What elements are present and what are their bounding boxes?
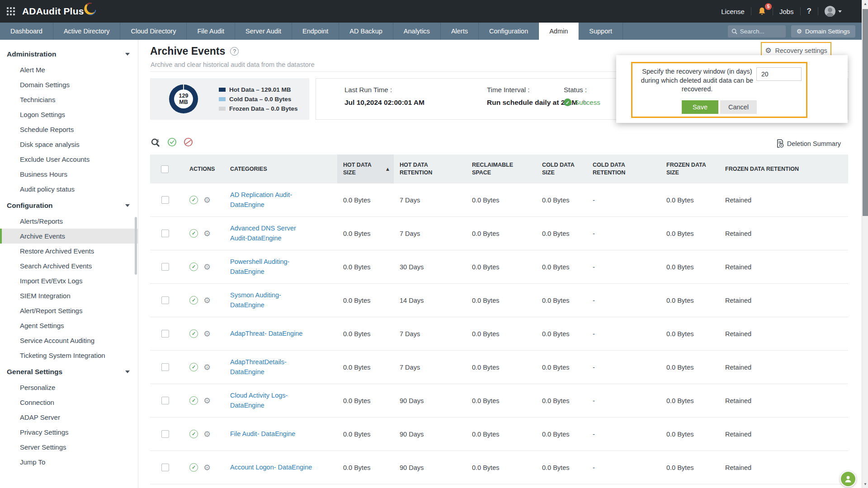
sidebar-item[interactable]: Domain Settings bbox=[0, 77, 138, 92]
nav-tab[interactable]: Alerts bbox=[441, 23, 479, 40]
row-settings-gear-icon[interactable]: ⚙ bbox=[203, 464, 211, 472]
column-header-cold-data-size[interactable]: COLD DATA SIZE bbox=[536, 155, 587, 183]
sidebar-item[interactable]: Restore Archived Events bbox=[0, 244, 138, 258]
enable-row-icon[interactable]: ✓ bbox=[189, 263, 198, 271]
sidebar-scrollbar[interactable] bbox=[135, 217, 137, 275]
page-help-icon[interactable]: ? bbox=[230, 47, 239, 56]
category-link[interactable]: AdapThreatDetails-DataEngine bbox=[230, 357, 314, 376]
column-header-frozen-data-retention[interactable]: FROZEN DATA RETENTION bbox=[719, 155, 848, 183]
row-checkbox[interactable] bbox=[161, 296, 169, 304]
sidebar-item[interactable]: Alert/Report Settings bbox=[0, 303, 138, 318]
nav-tab[interactable]: AD Backup bbox=[339, 23, 393, 40]
search-filter-icon[interactable] bbox=[151, 138, 160, 147]
row-settings-gear-icon[interactable]: ⚙ bbox=[203, 296, 211, 305]
page-scrollbar[interactable]: ▲ ▼ bbox=[862, 0, 868, 488]
cancel-button[interactable]: Cancel bbox=[720, 100, 757, 114]
sidebar-item[interactable]: Disk space analysis bbox=[0, 137, 138, 152]
enable-row-icon[interactable]: ✓ bbox=[189, 396, 198, 405]
jobs-link[interactable]: Jobs bbox=[773, 8, 800, 15]
license-link[interactable]: License bbox=[715, 8, 751, 15]
nav-tab[interactable]: Configuration bbox=[479, 23, 539, 40]
category-link[interactable]: File Audit- DataEngine bbox=[230, 429, 295, 439]
sidebar-item[interactable]: Audit policy status bbox=[0, 182, 138, 197]
app-logo[interactable]: ADAudit Plus bbox=[22, 6, 97, 17]
category-link[interactable]: Sysmon Auditing- DataEngine bbox=[230, 291, 314, 310]
row-checkbox[interactable] bbox=[161, 464, 169, 471]
sidebar-item[interactable]: Service Account Auditing bbox=[0, 333, 138, 348]
column-header-categories[interactable]: CATEGORIES bbox=[224, 155, 337, 183]
scrollbar-thumb[interactable] bbox=[863, 9, 868, 216]
scroll-down-arrow[interactable]: ▼ bbox=[862, 482, 868, 486]
sidebar-section-administration[interactable]: Administration bbox=[0, 45, 138, 62]
user-menu[interactable] bbox=[818, 6, 848, 17]
enable-row-icon[interactable]: ✓ bbox=[189, 329, 198, 338]
sidebar-item[interactable]: Privacy Settings bbox=[0, 425, 138, 440]
sidebar-item[interactable]: Schedule Reports bbox=[0, 122, 138, 137]
nav-tab[interactable]: Active Directory bbox=[53, 23, 121, 40]
enable-row-icon[interactable]: ✓ bbox=[189, 430, 198, 438]
notifications-bell[interactable]: 5 bbox=[751, 7, 773, 16]
enable-row-icon[interactable]: ✓ bbox=[189, 363, 198, 371]
sidebar-item[interactable]: Jump To bbox=[0, 455, 138, 469]
sidebar-item[interactable]: Ticketing System Integration bbox=[0, 348, 138, 363]
support-chat-button[interactable] bbox=[840, 471, 856, 487]
category-link[interactable]: AD Replication Audit-DataEngine bbox=[230, 190, 314, 209]
save-button[interactable]: Save bbox=[682, 100, 718, 114]
column-header-hot-data-retention[interactable]: HOT DATA RETENTION bbox=[394, 155, 466, 183]
sidebar-item[interactable]: Technicians bbox=[0, 92, 138, 107]
nav-tab[interactable]: File Audit bbox=[187, 23, 235, 40]
deletion-summary-link[interactable]: Deletion Summary bbox=[776, 139, 841, 148]
nav-tab[interactable]: Analytics bbox=[393, 23, 441, 40]
column-header-cold-data-retention[interactable]: COLD DATA RETENTION bbox=[587, 155, 660, 183]
category-link[interactable]: Advanced DNS Server Audit-DataEngine bbox=[230, 224, 314, 243]
sidebar-item[interactable]: Exclude User Accounts bbox=[0, 152, 138, 167]
row-settings-gear-icon[interactable]: ⚙ bbox=[203, 330, 211, 338]
enable-row-icon[interactable]: ✓ bbox=[189, 296, 198, 305]
sidebar-section-general-settings[interactable]: General Settings bbox=[0, 363, 138, 380]
global-search[interactable] bbox=[728, 25, 786, 38]
row-checkbox[interactable] bbox=[161, 263, 169, 271]
row-checkbox[interactable] bbox=[161, 330, 169, 338]
help-icon[interactable]: ? bbox=[801, 7, 818, 16]
nav-tab[interactable]: Support bbox=[579, 23, 623, 40]
row-settings-gear-icon[interactable]: ⚙ bbox=[203, 196, 211, 204]
sidebar-item[interactable]: Logon Settings bbox=[0, 107, 138, 122]
row-checkbox[interactable] bbox=[161, 196, 169, 204]
column-header-actions[interactable]: ACTIONS bbox=[184, 155, 224, 183]
column-header-reclaimable-space[interactable]: RECLAIMABLE SPACE bbox=[466, 155, 536, 183]
enable-row-icon[interactable]: ✓ bbox=[189, 229, 198, 238]
row-settings-gear-icon[interactable]: ⚙ bbox=[203, 363, 211, 371]
disable-archiving-icon[interactable] bbox=[184, 137, 193, 147]
nav-tab[interactable]: Cloud Directory bbox=[120, 23, 187, 40]
search-input[interactable] bbox=[740, 28, 781, 35]
sidebar-item[interactable]: ADAP Server bbox=[0, 410, 138, 425]
sidebar-item[interactable]: Personalize bbox=[0, 380, 138, 395]
column-header-hot-data-size[interactable]: HOT DATA SIZE ▲ bbox=[337, 155, 394, 183]
category-link[interactable]: Cloud Activity Logs-DataEngine bbox=[230, 391, 314, 410]
category-link[interactable]: Powershell Auditing-DataEngine bbox=[230, 257, 314, 276]
row-checkbox[interactable] bbox=[161, 397, 169, 404]
select-all-checkbox[interactable] bbox=[161, 165, 169, 173]
category-link[interactable]: Account Logon- DataEngine bbox=[230, 463, 312, 472]
sidebar-item[interactable]: Business Hours bbox=[0, 167, 138, 182]
sidebar-item[interactable]: SIEM Integration bbox=[0, 288, 138, 303]
nav-tab[interactable]: Dashboard bbox=[0, 23, 53, 40]
sidebar-item[interactable]: Alerts/Reports bbox=[0, 214, 138, 229]
nav-tab[interactable]: Server Audit bbox=[235, 23, 292, 40]
column-header-frozen-data-size[interactable]: FROZEN DATA SIZE bbox=[660, 155, 719, 183]
sidebar-section-configuration[interactable]: Configuration bbox=[0, 197, 138, 214]
sidebar-item[interactable]: Import Evt/Evtx Logs bbox=[0, 273, 138, 288]
sidebar-item[interactable]: Alert Me bbox=[0, 62, 138, 77]
nav-tab[interactable]: Admin bbox=[539, 23, 579, 40]
sidebar-item[interactable]: Agent Settings bbox=[0, 318, 138, 333]
row-checkbox[interactable] bbox=[161, 363, 169, 371]
enable-row-icon[interactable]: ✓ bbox=[189, 463, 198, 472]
row-checkbox[interactable] bbox=[161, 230, 169, 237]
row-checkbox[interactable] bbox=[161, 430, 169, 438]
enable-archiving-icon[interactable] bbox=[167, 137, 177, 147]
enable-row-icon[interactable]: ✓ bbox=[189, 196, 198, 204]
category-link[interactable]: AdapThreat- DataEngine bbox=[230, 329, 302, 338]
sidebar-item[interactable]: Connection bbox=[0, 395, 138, 410]
recovery-days-input[interactable] bbox=[756, 67, 802, 81]
sidebar-item[interactable]: Archive Events bbox=[0, 229, 138, 244]
